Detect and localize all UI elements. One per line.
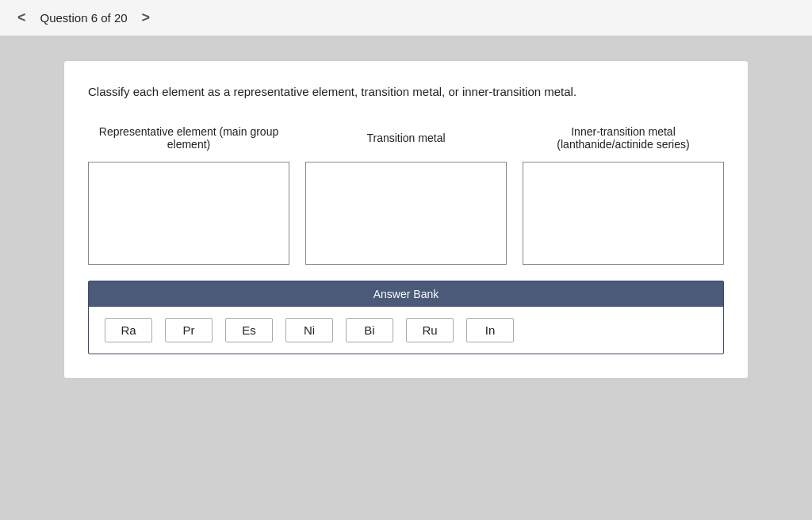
element-chip-pr[interactable]: Pr: [165, 318, 213, 342]
answer-bank-header: Answer Bank: [89, 281, 723, 307]
transition-drop-box[interactable]: [305, 162, 507, 265]
representative-drop-box[interactable]: [88, 162, 289, 265]
representative-label: Representative element (main group eleme…: [88, 122, 289, 154]
prev-button[interactable]: <: [13, 8, 31, 28]
element-chip-in[interactable]: In: [466, 318, 514, 342]
answer-bank-items: RaPrEsNiBiRuIn: [89, 307, 723, 354]
element-chip-ra[interactable]: Ra: [105, 318, 152, 342]
element-chip-bi[interactable]: Bi: [346, 318, 393, 342]
element-chip-ru[interactable]: Ru: [406, 318, 454, 342]
question-card: Classify each element as a representativ…: [63, 60, 749, 379]
main-content: Classify each element as a representativ…: [0, 36, 812, 520]
drop-zone-transition: Transition metal: [305, 122, 507, 265]
question-counter: Question 6 of 20: [40, 11, 128, 25]
inner-transition-drop-box[interactable]: [523, 162, 724, 265]
element-chip-es[interactable]: Es: [225, 318, 273, 342]
next-button[interactable]: >: [137, 8, 155, 28]
top-nav: < Question 6 of 20 >: [0, 0, 812, 36]
element-chip-ni[interactable]: Ni: [285, 318, 333, 342]
inner-transition-label: Inner-transition metal (lanthanide/actin…: [523, 122, 724, 154]
answer-bank-section: Answer Bank RaPrEsNiBiRuIn: [88, 281, 724, 354]
drop-zone-representative: Representative element (main group eleme…: [88, 122, 289, 265]
drop-zone-inner-transition: Inner-transition metal (lanthanide/actin…: [523, 122, 724, 265]
question-text: Classify each element as a representativ…: [88, 85, 724, 98]
transition-label: Transition metal: [366, 122, 445, 154]
drop-zones-container: Representative element (main group eleme…: [88, 122, 724, 265]
